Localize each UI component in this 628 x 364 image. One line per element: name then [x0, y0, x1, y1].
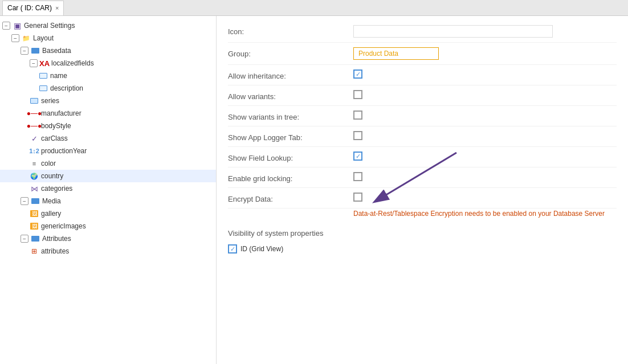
series-icon [30, 96, 39, 105]
encrypt-data-row: Encrypt Data: [228, 188, 617, 208]
enable-grid-locking-row: Enable grid locking: [228, 167, 617, 188]
sidebar-item-media[interactable]: − Media [0, 195, 216, 207]
sidebar-item-genericImages[interactable]: 🖼 genericImages [0, 220, 216, 232]
sidebar-item-general-settings[interactable]: − ▣ General Settings [0, 19, 216, 32]
allow-inheritance-value: ✓ [353, 69, 617, 79]
relation-icon-manufacturer: ●—● [30, 109, 39, 118]
genericImages-label: genericImages [41, 222, 86, 230]
select-icon: ✓ [30, 134, 39, 143]
visibility-heading: Visibility of system properties [228, 222, 617, 242]
sidebar-item-attributes-group[interactable]: − Attributes [0, 232, 216, 245]
form-section: Icon: /static/images/icons/car_gray.svg … [217, 16, 628, 260]
collapse-basedata[interactable]: − [21, 47, 28, 55]
encrypt-note-plain: Data-at-Rest/Tablespace [353, 210, 430, 218]
attributes-blue-bar-icon [31, 234, 40, 243]
color-label: color [41, 159, 56, 167]
description-label: description [50, 84, 83, 92]
show-field-lookup-row: Show Field Lookup: ✓ [228, 147, 617, 167]
car-tab[interactable]: Car ( ID: CAR) × [2, 1, 64, 15]
encrypt-note: Data-at-Rest/Tablespace Encryption needs… [228, 208, 617, 222]
show-app-logger-row: Show App Logger Tab: [228, 126, 617, 147]
allow-inheritance-row: Allow inheritance: ✓ [228, 65, 617, 85]
allow-inheritance-checkbox[interactable]: ✓ [353, 69, 362, 79]
localized-icon: XA [40, 59, 49, 68]
show-app-logger-checkbox[interactable] [353, 131, 362, 140]
media-blue-bar-icon [31, 197, 40, 206]
show-variants-tree-checkbox[interactable] [353, 111, 362, 120]
tab-close-button[interactable]: × [55, 5, 59, 11]
enable-grid-locking-label: Enable grid locking: [228, 172, 353, 183]
allow-variants-label: Allow variants: [228, 90, 353, 101]
show-variants-tree-row: Show variants in tree: [228, 106, 617, 126]
generic-images-icon: 🖼 [30, 222, 39, 231]
sidebar-item-color[interactable]: ≡ color [0, 157, 216, 170]
id-grid-view-checkbox[interactable]: ✓ [228, 244, 237, 253]
id-grid-view-label: ID (Grid View) [240, 245, 283, 253]
media-label: Media [42, 197, 61, 205]
relation-icon-bodyStyle: ●—● [30, 121, 39, 130]
show-field-lookup-value: ✓ [353, 152, 617, 161]
allow-variants-checkbox[interactable] [353, 90, 362, 99]
group-row: Group: Product Data [228, 43, 617, 65]
gallery-icon: 🖼 [30, 209, 39, 218]
sidebar-item-categories[interactable]: ⋈ categories [0, 182, 216, 195]
show-field-lookup-label: Show Field Lookup: [228, 152, 353, 162]
enable-grid-locking-checkbox[interactable] [353, 172, 362, 181]
id-grid-view-row: ✓ ID (Grid View) [228, 242, 617, 256]
encrypt-note-highlight: Encryption needs to be enabled on your D… [430, 210, 605, 218]
sidebar-item-description[interactable]: description [0, 82, 216, 95]
left-panel: − ▣ General Settings − 📁 Layout − Baseda… [0, 16, 217, 364]
localizedfields-label: localizedfields [51, 59, 94, 67]
collapse-layout[interactable]: − [11, 34, 19, 42]
number-icon: 1↕2 [30, 146, 39, 156]
sidebar-item-localizedfields[interactable]: − XA localizedfields [0, 57, 216, 69]
show-variants-tree-label: Show variants in tree: [228, 111, 353, 121]
database-icon: ▣ [13, 21, 22, 30]
textarea-icon [39, 84, 48, 93]
name-label: name [50, 72, 67, 80]
general-settings-label: General Settings [24, 22, 75, 30]
right-panel: Icon: /static/images/icons/car_gray.svg … [217, 16, 628, 364]
sidebar-item-country[interactable]: 🌍 country [0, 170, 216, 182]
productionYear-label: productionYear [41, 147, 87, 155]
gallery-label: gallery [41, 210, 61, 218]
categories-label: categories [41, 185, 72, 193]
group-dropdown[interactable]: Product Data [353, 47, 439, 60]
sidebar-item-series[interactable]: series [0, 95, 216, 107]
allow-variants-value [353, 90, 617, 99]
show-app-logger-label: Show App Logger Tab: [228, 131, 353, 142]
bodyStyle-label: bodyStyle [41, 122, 71, 130]
tab-bar: Car ( ID: CAR) × [0, 0, 628, 16]
collapse-media[interactable]: − [21, 197, 28, 205]
sidebar-item-bodyStyle[interactable]: ●—● bodyStyle [0, 120, 216, 132]
show-variants-tree-value [353, 111, 617, 120]
sidebar-item-manufacturer[interactable]: ●—● manufacturer [0, 107, 216, 120]
series-label: series [41, 97, 59, 105]
grid-icon: ⊞ [30, 247, 39, 256]
sidebar-item-gallery[interactable]: 🖼 gallery [0, 207, 216, 220]
encrypt-data-checkbox[interactable] [353, 193, 362, 202]
manufacturer-label: manufacturer [41, 109, 81, 117]
sidebar-item-carClass[interactable]: ✓ carClass [0, 132, 216, 145]
group-value-container[interactable]: Product Data [353, 47, 617, 60]
folder-icon: 📁 [22, 34, 31, 43]
collapse-attributes[interactable]: − [21, 235, 28, 243]
collapse-localizedfields[interactable]: − [30, 59, 38, 67]
group-label: Group: [228, 47, 353, 58]
sidebar-item-productionYear[interactable]: 1↕2 productionYear [0, 145, 216, 157]
collapse-general-settings[interactable]: − [2, 22, 10, 30]
encrypt-data-value [353, 193, 617, 202]
sidebar-item-attributes-item[interactable]: ⊞ attributes [0, 245, 216, 257]
allow-inheritance-label: Allow inheritance: [228, 69, 353, 80]
carClass-label: carClass [41, 134, 68, 142]
text-field-icon [39, 71, 48, 80]
icon-input[interactable]: /static/images/icons/car_gray.svg [353, 25, 553, 38]
basedata-label: Basedata [42, 47, 71, 55]
sidebar-item-layout[interactable]: − 📁 Layout [0, 32, 216, 44]
show-app-logger-value [353, 131, 617, 140]
sidebar-item-name[interactable]: name [0, 69, 216, 82]
sidebar-item-basedata[interactable]: − Basedata [0, 44, 216, 57]
tab-label: Car ( ID: CAR) [7, 4, 52, 12]
show-field-lookup-checkbox[interactable]: ✓ [353, 152, 362, 161]
country-label: country [41, 172, 63, 180]
